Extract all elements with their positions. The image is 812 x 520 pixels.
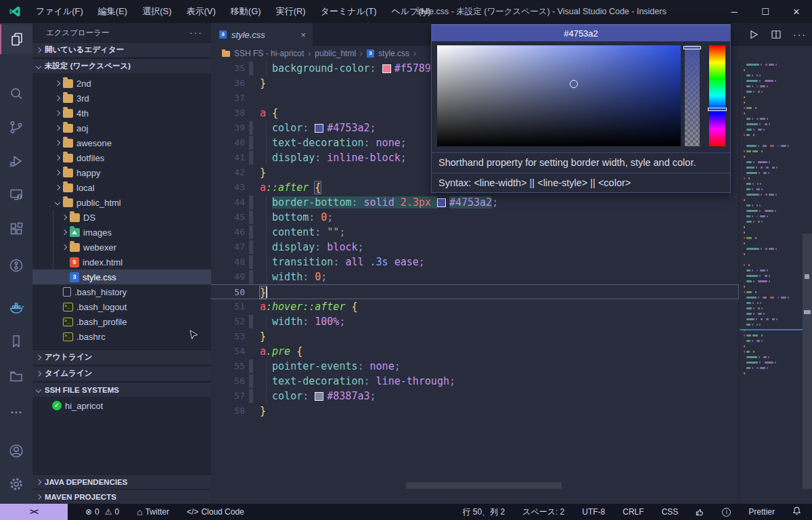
folder-icon (63, 124, 73, 133)
css-file-icon: 3 (219, 30, 227, 39)
docker-icon[interactable] (0, 292, 32, 322)
horizontal-scrollbar[interactable] (406, 482, 562, 489)
menu-移動(G)[interactable]: 移動(G) (223, 0, 269, 23)
tree-item-.bashrc[interactable]: >_.bashrc (32, 329, 211, 344)
color-swatch[interactable] (315, 392, 323, 401)
code-line-56[interactable]: 56 text-decoration: line-through; (211, 374, 739, 389)
menu-実行(R)[interactable]: 実行(R) (269, 0, 313, 23)
breadcrumb-item[interactable]: style.css (378, 49, 409, 58)
tree-item-.bash_history[interactable]: .bash_history (32, 284, 211, 299)
vertical-scrollbar[interactable] (803, 234, 812, 489)
tree-item-aoj[interactable]: aoj (32, 121, 211, 135)
color-swatch[interactable] (382, 64, 391, 73)
code-line-44[interactable]: 44 border-bottom: solid 2.3px #4753a2; (211, 195, 739, 210)
feedback-thumbsup-icon[interactable] (696, 508, 704, 517)
language-mode-item[interactable]: CSS (662, 507, 679, 517)
tree-item-.bash_logout[interactable]: >_.bash_logout (32, 299, 211, 314)
close-button[interactable]: ✕ (781, 0, 812, 23)
gitlens-icon[interactable] (0, 251, 32, 280)
tree-item-DS[interactable]: DS (32, 210, 211, 225)
cloud-code-item[interactable]: </>Cloud Code (187, 507, 244, 517)
editor-more-actions-icon[interactable]: ··· (793, 29, 807, 40)
search-icon[interactable] (0, 79, 32, 108)
remote-explorer-icon[interactable] (0, 179, 32, 209)
code-line-51[interactable]: 51a:hover::after { (211, 299, 739, 314)
color-swatch[interactable] (437, 198, 446, 207)
tree-item-3rd[interactable]: 3rd (32, 91, 211, 106)
tree-item-index.html[interactable]: 5index.html (32, 255, 211, 269)
code-line-53[interactable]: 53} (211, 329, 739, 344)
saturation-box[interactable] (437, 45, 681, 146)
code-line-50[interactable]: 50} (211, 284, 739, 299)
tree-item-awesone[interactable]: awesone (32, 135, 211, 150)
section-outline[interactable]: アウトライン (32, 349, 211, 364)
code-line-57[interactable]: 57 color: #8387a3; (211, 389, 739, 404)
css-icon: 3 (70, 272, 79, 282)
section-maven-projects[interactable]: MAVEN PROJECTS (32, 489, 211, 504)
menu-編集(E)[interactable]: 編集(E) (91, 0, 135, 23)
opacity-strip[interactable] (685, 45, 700, 146)
tree-item-local[interactable]: local (32, 180, 211, 195)
hue-slider-thumb[interactable] (708, 108, 727, 111)
menu-表示(V)[interactable]: 表示(V) (179, 0, 223, 23)
info-icon[interactable]: i (722, 508, 731, 517)
formatter-item[interactable]: Prettier (748, 507, 775, 517)
run-button[interactable] (747, 28, 759, 41)
tree-item-.bash_profile[interactable]: >_.bash_profile (32, 314, 211, 329)
ssh-host-item[interactable]: ✓ hi_apricot (32, 398, 211, 413)
extensions-icon[interactable] (0, 214, 32, 244)
section-java-dependencies[interactable]: JAVA DEPENDENCIES (32, 474, 211, 489)
shell-icon: >_ (63, 303, 73, 311)
accounts-icon[interactable] (0, 436, 32, 466)
problems-indicator[interactable]: ⊗0 ⚠0 (85, 507, 119, 517)
menu-ターミナル(T)[interactable]: ターミナル(T) (313, 0, 384, 23)
breadcrumb-item[interactable]: SSH FS - hi-apricot (234, 49, 304, 58)
tree-item-webexer[interactable]: webexer (32, 240, 211, 255)
tree-item-2nd[interactable]: 2nd (32, 76, 211, 91)
menu-選択(S)[interactable]: 選択(S) (135, 0, 179, 23)
code-line-54[interactable]: 54a.pre { (211, 344, 739, 359)
split-editor-icon[interactable] (770, 28, 782, 41)
code-line-48[interactable]: 48 transition: all .3s ease; (211, 255, 739, 269)
tab-close-icon[interactable]: × (300, 30, 306, 40)
more-actions-icon[interactable] (0, 397, 32, 427)
minimap[interactable] (739, 61, 803, 504)
code-line-52[interactable]: 52 width: 100%; (211, 314, 739, 329)
color-swatch[interactable] (315, 124, 323, 133)
project-manager-icon[interactable] (0, 362, 32, 391)
tree-item-4th[interactable]: 4th (32, 106, 211, 121)
run-debug-icon[interactable] (0, 146, 32, 176)
indentation-item[interactable]: スペース: 2 (522, 506, 564, 518)
settings-gear-icon[interactable] (0, 469, 32, 499)
remote-indicator[interactable]: >< (0, 504, 68, 520)
maximize-button[interactable]: ☐ (750, 0, 781, 23)
twitter-item[interactable]: ⌂Twitter (137, 506, 169, 517)
menu-ファイル(F)[interactable]: ファイル(F) (28, 0, 91, 23)
section-timeline[interactable]: タイムライン (32, 366, 211, 381)
minimize-button[interactable]: ─ (719, 0, 750, 23)
opacity-slider-thumb[interactable] (683, 46, 701, 49)
code-line-49[interactable]: 49 width: 0; (211, 269, 739, 284)
tree-item-style.css[interactable]: 3style.css (32, 269, 211, 284)
explorer-icon[interactable] (0, 24, 32, 54)
eol-item[interactable]: CRLF (623, 507, 644, 517)
tab-style-css[interactable]: 3 style.css × (211, 23, 313, 46)
cursor-position-item[interactable]: 行 50、列 2 (462, 506, 505, 518)
section-ssh-file-systems[interactable]: SSH FILE SYSTEMS (32, 382, 211, 397)
saturation-cursor[interactable] (570, 80, 578, 88)
source-control-icon[interactable] (0, 112, 32, 142)
breadcrumb-item[interactable]: public_html (315, 49, 356, 58)
bookmarks-icon[interactable] (0, 326, 32, 356)
tree-item-public_html[interactable]: public_html (32, 195, 211, 210)
code-line-46[interactable]: 46 content: ""; (211, 225, 739, 240)
code-line-58[interactable]: 58} (211, 404, 739, 418)
code-line-45[interactable]: 45 bottom: 0; (211, 210, 739, 225)
tree-item-images[interactable]: images (32, 225, 211, 240)
tree-item-dotfiles[interactable]: dotfiles (32, 150, 211, 165)
code-line-47[interactable]: 47 display: block; (211, 240, 739, 255)
code-line-55[interactable]: 55 pointer-events: none; (211, 359, 739, 374)
hue-strip[interactable] (709, 45, 725, 146)
tree-item-happy[interactable]: happy (32, 165, 211, 180)
notifications-bell-icon[interactable] (792, 506, 801, 517)
encoding-item[interactable]: UTF-8 (582, 507, 605, 517)
